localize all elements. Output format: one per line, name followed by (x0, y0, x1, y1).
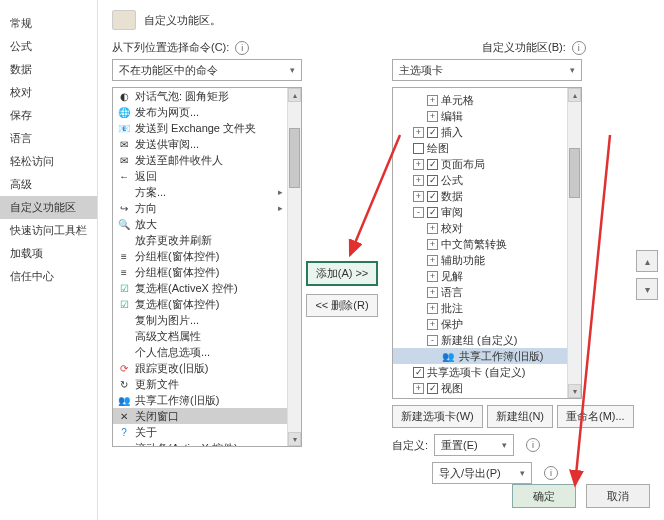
tree-node[interactable]: ✓共享选项卡 (自定义) (393, 364, 581, 380)
list-item[interactable]: ✉发送供审阅... (113, 136, 301, 152)
tree-node[interactable]: +语言 (393, 284, 581, 300)
checkbox[interactable]: ✓ (427, 191, 438, 202)
list-item[interactable]: 👥共享工作簿(旧版) (113, 392, 301, 408)
list-item[interactable]: ✕关闭窗口 (113, 408, 301, 424)
expand-icon[interactable]: + (413, 175, 424, 186)
expand-icon[interactable]: + (427, 223, 438, 234)
commands-list[interactable]: ◐对话气泡: 圆角矩形🌐发布为网页...📧发送到 Exchange 文件夹✉发送… (112, 87, 302, 447)
list-item[interactable]: ✉发送至邮件收件人 (113, 152, 301, 168)
checkbox[interactable]: ✓ (427, 383, 438, 394)
list-item[interactable]: ↻更新文件 (113, 376, 301, 392)
add-button[interactable]: 添加(A) >> (306, 261, 379, 286)
expand-icon[interactable]: + (413, 383, 424, 394)
scroll-down-icon[interactable]: ▾ (288, 432, 301, 446)
tree-node[interactable]: +单元格 (393, 92, 581, 108)
import-export-dropdown[interactable]: 导入/导出(P)▾ (432, 462, 532, 484)
choose-commands-dropdown[interactable]: 不在功能区中的命令▾ (112, 59, 302, 81)
scroll-thumb[interactable] (569, 148, 580, 198)
list-item[interactable]: 放弃更改并刷新 (113, 232, 301, 248)
tree-node[interactable]: +✓数据 (393, 188, 581, 204)
list-item[interactable]: ◐对话气泡: 圆角矩形 (113, 88, 301, 104)
nav-item[interactable]: 信任中心 (0, 265, 97, 288)
customize-ribbon-dropdown[interactable]: 主选项卡▾ (392, 59, 582, 81)
checkbox[interactable]: ✓ (413, 367, 424, 378)
nav-item[interactable]: 常规 (0, 12, 97, 35)
expand-icon[interactable]: + (427, 255, 438, 266)
checkbox[interactable]: ✓ (427, 175, 438, 186)
scrollbar[interactable]: ▴ ▾ (287, 88, 301, 446)
tree-node[interactable]: 👥共享工作簿(旧版) (393, 348, 581, 364)
collapse-icon[interactable]: - (413, 207, 424, 218)
list-item[interactable]: 📧发送到 Exchange 文件夹 (113, 120, 301, 136)
tree-node[interactable]: +✓开发工具 (393, 396, 581, 399)
list-item[interactable]: ↪方向▸ (113, 200, 301, 216)
scroll-thumb[interactable] (289, 128, 300, 188)
tree-node[interactable]: +批注 (393, 300, 581, 316)
list-item[interactable]: ←返回 (113, 168, 301, 184)
info-icon[interactable]: i (526, 438, 540, 452)
scroll-up-icon[interactable]: ▴ (568, 88, 581, 102)
info-icon[interactable]: i (572, 41, 586, 55)
checkbox[interactable]: ✓ (427, 159, 438, 170)
list-item[interactable]: ≡分组框(窗体控件) (113, 264, 301, 280)
info-icon[interactable]: i (544, 466, 558, 480)
collapse-icon[interactable]: - (427, 335, 438, 346)
expand-icon[interactable]: + (427, 239, 438, 250)
tree-node[interactable]: +编辑 (393, 108, 581, 124)
ribbon-tree[interactable]: +单元格+编辑+✓插入绘图+✓页面布局+✓公式+✓数据-✓审阅+校对+中文简繁转… (392, 87, 582, 399)
expand-icon[interactable]: + (427, 271, 438, 282)
move-down-button[interactable]: ▾ (636, 278, 658, 300)
expand-icon[interactable]: + (427, 95, 438, 106)
new-tab-button[interactable]: 新建选项卡(W) (392, 405, 483, 428)
expand-icon[interactable]: + (413, 399, 424, 400)
tree-node[interactable]: +校对 (393, 220, 581, 236)
tree-node[interactable]: +中文简繁转换 (393, 236, 581, 252)
checkbox[interactable]: ✓ (427, 399, 438, 400)
tree-node[interactable]: +✓页面布局 (393, 156, 581, 172)
tree-node[interactable]: +✓公式 (393, 172, 581, 188)
tree-node[interactable]: -✓审阅 (393, 204, 581, 220)
tree-node[interactable]: 绘图 (393, 140, 581, 156)
nav-item[interactable]: 公式 (0, 35, 97, 58)
list-item[interactable]: ☑复选框(窗体控件) (113, 296, 301, 312)
checkbox[interactable] (413, 143, 424, 154)
list-item[interactable]: 🌐发布为网页... (113, 104, 301, 120)
nav-item[interactable]: 自定义功能区 (0, 196, 97, 219)
expand-icon[interactable]: + (413, 191, 424, 202)
scrollbar[interactable]: ▴ ▾ (567, 88, 581, 398)
tree-node[interactable]: +见解 (393, 268, 581, 284)
rename-button[interactable]: 重命名(M)... (557, 405, 634, 428)
list-item[interactable]: ⟳跟踪更改(旧版) (113, 360, 301, 376)
nav-item[interactable]: 保存 (0, 104, 97, 127)
tree-node[interactable]: +保护 (393, 316, 581, 332)
list-item[interactable]: 滚动条(ActiveX 控件) (113, 440, 301, 447)
nav-item[interactable]: 数据 (0, 58, 97, 81)
nav-item[interactable]: 轻松访问 (0, 150, 97, 173)
list-item[interactable]: 复制为图片... (113, 312, 301, 328)
tree-node[interactable]: +辅助功能 (393, 252, 581, 268)
scroll-down-icon[interactable]: ▾ (568, 384, 581, 398)
new-group-button[interactable]: 新建组(N) (487, 405, 553, 428)
ok-button[interactable]: 确定 (512, 484, 576, 508)
nav-item[interactable]: 加载项 (0, 242, 97, 265)
reset-dropdown[interactable]: 重置(E)▾ (434, 434, 514, 456)
nav-item[interactable]: 语言 (0, 127, 97, 150)
checkbox[interactable]: ✓ (427, 127, 438, 138)
expand-icon[interactable]: + (427, 287, 438, 298)
list-item[interactable]: ?关于 (113, 424, 301, 440)
checkbox[interactable]: ✓ (427, 207, 438, 218)
tree-node[interactable]: +✓视图 (393, 380, 581, 396)
expand-icon[interactable]: + (427, 303, 438, 314)
info-icon[interactable]: i (235, 41, 249, 55)
nav-item[interactable]: 高级 (0, 173, 97, 196)
list-item[interactable]: 🔍放大 (113, 216, 301, 232)
list-item[interactable]: ☑复选框(ActiveX 控件) (113, 280, 301, 296)
expand-icon[interactable]: + (427, 319, 438, 330)
list-item[interactable]: ≡分组框(窗体控件) (113, 248, 301, 264)
tree-node[interactable]: -新建组 (自定义) (393, 332, 581, 348)
expand-icon[interactable]: + (413, 159, 424, 170)
tree-node[interactable]: +✓插入 (393, 124, 581, 140)
list-item[interactable]: 方案...▸ (113, 184, 301, 200)
expand-icon[interactable]: + (427, 111, 438, 122)
nav-item[interactable]: 校对 (0, 81, 97, 104)
